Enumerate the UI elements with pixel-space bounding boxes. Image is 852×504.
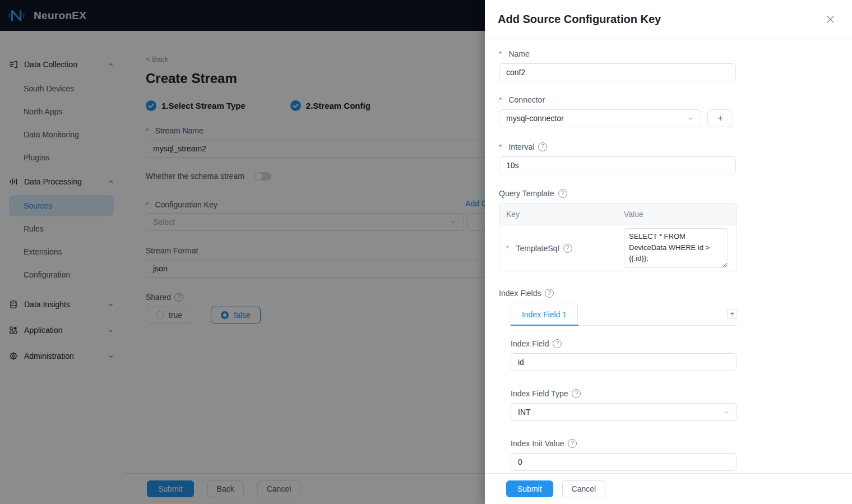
index-field-type-label-text: Index Field Type xyxy=(511,389,568,398)
add-index-field-button[interactable]: + xyxy=(727,309,737,319)
index-field-type-select[interactable]: INT xyxy=(511,403,737,421)
index-field-input[interactable] xyxy=(511,353,737,371)
drawer-submit-button[interactable]: Submit xyxy=(506,480,553,497)
table-row: TemplateSql SELECT * FROM DeviceData WHE… xyxy=(499,225,737,271)
interval-input[interactable] xyxy=(499,156,736,174)
drawer-title: Add Source Configuration Key xyxy=(498,13,661,26)
app-root: NeuronEX Data Collection South Devices N… xyxy=(0,0,852,504)
query-template-table: Key Value TemplateSql SELECT * FROM Devi… xyxy=(499,203,737,271)
index-field-label-text: Index Field xyxy=(511,339,549,348)
drawer-footer: Submit Cancel xyxy=(485,473,852,504)
connector-label: Connector xyxy=(499,94,852,105)
help-icon[interactable] xyxy=(545,289,554,298)
connector-select[interactable]: mysql-connector xyxy=(499,109,701,127)
index-init-value-label: Index Init Value xyxy=(511,438,852,449)
index-fields-group: Index Field 1 + Index Field Index Field … xyxy=(499,303,852,471)
drawer-header: Add Source Configuration Key xyxy=(485,0,852,39)
templatesql-label-text: TemplateSql xyxy=(516,244,559,253)
templatesql-textarea[interactable]: SELECT * FROM DeviceData WHERE id > {{.i… xyxy=(624,228,728,268)
index-fields-label-text: Index Fields xyxy=(499,289,541,298)
index-field-label: Index Field xyxy=(511,338,852,349)
connector-value: mysql-connector xyxy=(506,114,564,123)
active-tab-underline xyxy=(511,325,578,326)
query-template-label-text: Query Template xyxy=(499,189,554,198)
index-field-type-label: Index Field Type xyxy=(511,388,852,399)
table-header-row: Key Value xyxy=(499,204,737,225)
add-source-config-drawer: Add Source Configuration Key Name Connec… xyxy=(485,0,852,504)
index-init-value-input[interactable] xyxy=(511,453,737,471)
index-init-value-label-text: Index Init Value xyxy=(511,439,564,448)
help-icon[interactable] xyxy=(572,389,581,398)
help-icon[interactable] xyxy=(568,439,577,448)
drawer-cancel-button[interactable]: Cancel xyxy=(562,480,606,497)
templatesql-label: TemplateSql xyxy=(499,244,624,253)
close-icon[interactable] xyxy=(824,13,837,26)
index-field-type-value: INT xyxy=(518,408,531,417)
help-icon[interactable] xyxy=(553,339,562,348)
interval-label: Interval xyxy=(499,141,852,152)
name-input[interactable] xyxy=(499,63,736,81)
drawer-body: Name Connector mysql-connector + xyxy=(485,39,852,473)
help-icon[interactable] xyxy=(563,244,572,253)
add-connector-button[interactable]: + xyxy=(707,109,733,127)
help-icon[interactable] xyxy=(538,142,547,151)
interval-label-text: Interval xyxy=(508,142,534,151)
tab-index-field-1[interactable]: Index Field 1 xyxy=(511,303,578,325)
query-template-label: Query Template xyxy=(499,188,852,199)
index-fields-tabs: Index Field 1 + xyxy=(511,303,737,326)
index-fields-label: Index Fields xyxy=(499,288,852,299)
chevron-down-icon xyxy=(723,409,730,415)
column-header-value: Value xyxy=(624,210,643,219)
column-header-key: Key xyxy=(499,210,624,219)
help-icon[interactable] xyxy=(558,189,567,198)
name-label: Name xyxy=(499,48,852,59)
chevron-down-icon xyxy=(687,115,694,122)
